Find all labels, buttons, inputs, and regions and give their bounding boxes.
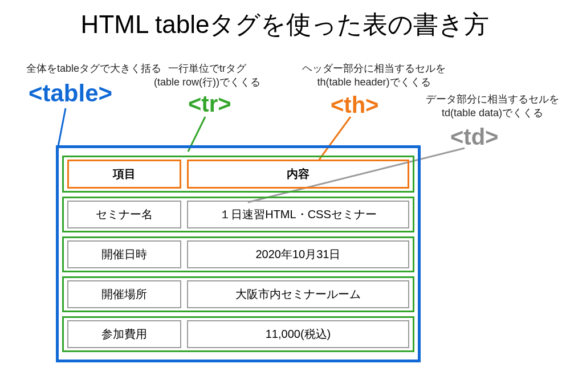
label-td-tag: <td> (450, 124, 498, 150)
anno-td-line1: データ部分に相当するセルを (426, 93, 559, 105)
anno-th: ヘッダー部分に相当するセルを th(table header)でくくる (302, 62, 446, 89)
label-table-tag: <table> (28, 80, 112, 107)
td-cell: １日速習HTML・CSSセミナー (187, 201, 409, 228)
table-row: 開催場所 大阪市内セミナールーム (62, 276, 414, 312)
anno-table: 全体をtableタグで大きく括る (26, 62, 161, 75)
th-cell: 内容 (187, 160, 409, 189)
td-cell: 参加費用 (67, 320, 181, 348)
svg-line-0 (58, 108, 66, 146)
anno-tr-line2: (table row(行))でくくる (154, 76, 260, 88)
table-diagram: 項目 内容 セミナー名 １日速習HTML・CSSセミナー 開催日時 2020年1… (56, 145, 421, 362)
anno-td: データ部分に相当するセルを td(table data)でくくる (426, 92, 559, 120)
td-cell: 開催場所 (67, 280, 181, 308)
td-cell: 大阪市内セミナールーム (187, 280, 409, 308)
td-cell: 開催日時 (67, 240, 181, 268)
table-row: セミナー名 １日速習HTML・CSSセミナー (62, 197, 414, 232)
th-cell: 項目 (67, 160, 181, 189)
table-row: 開催日時 2020年10月31日 (62, 236, 414, 272)
td-cell: セミナー名 (67, 201, 181, 228)
page-title: HTML tableタグを使った表の書き方 (0, 0, 570, 42)
table-row: 項目 内容 (62, 156, 414, 193)
td-cell: 11,000(税込) (187, 320, 409, 348)
table-container: 項目 内容 セミナー名 １日速習HTML・CSSセミナー 開催日時 2020年1… (56, 145, 421, 362)
label-tr-tag: <tr> (188, 91, 231, 117)
td-cell: 2020年10月31日 (187, 240, 409, 268)
anno-th-line1: ヘッダー部分に相当するセルを (302, 63, 446, 74)
anno-tr-line1: 一行単位でtrタグ (168, 63, 246, 74)
label-th-tag: <th> (331, 92, 378, 118)
anno-td-line2: td(table data)でくくる (442, 107, 543, 119)
anno-th-line2: th(table header)でくくる (317, 76, 430, 88)
table-row: 参加費用 11,000(税込) (62, 316, 414, 352)
anno-tr: 一行単位でtrタグ (table row(行))でくくる (154, 62, 260, 89)
